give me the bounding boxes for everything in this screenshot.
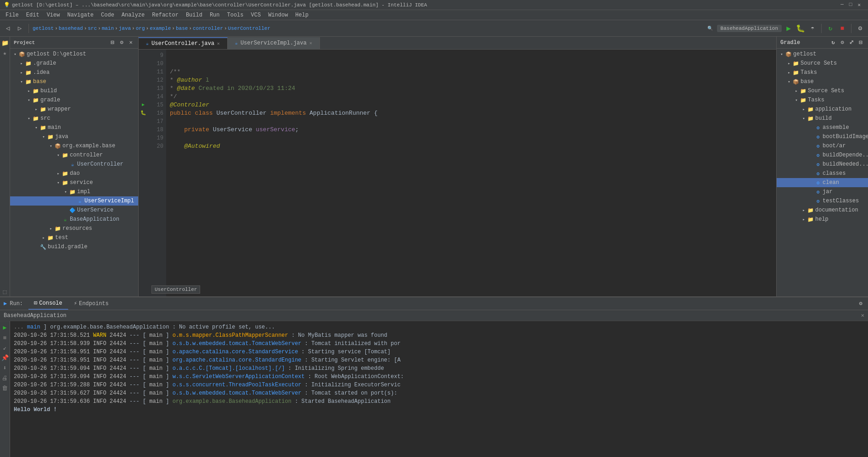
menu-window[interactable]: Window [264,11,291,19]
breadcrumb-src[interactable]: src [88,26,97,31]
breadcrumb-org[interactable]: org [136,26,145,31]
close-sidebar-btn[interactable]: ✕ [127,39,134,46]
gradle-getlost[interactable]: ▾ 📦 getlost [777,50,868,59]
breadcrumb-usercontroller[interactable]: UserController [228,26,270,31]
gradle-tasks-1[interactable]: ▸ 📁 Tasks [777,68,868,77]
rerun-btn[interactable]: ▶ [0,323,10,332]
tree-userserviceimpl[interactable]: ▸ ☕ UserServiceImpl [10,196,138,206]
breadcrumb-base[interactable]: base [176,26,188,31]
gradle-buildneeded[interactable]: ▸ ⚙ buildNeeded... [777,160,868,169]
menu-analyze[interactable]: Analyze [118,11,148,19]
tree-usercontroller-file[interactable]: ▸ ☕ UserController [10,160,138,169]
forward-btn[interactable]: ▷ [15,23,25,33]
gradle-bootar[interactable]: ▸ ⚙ boot/ar [777,141,868,150]
structure-tab-btn[interactable]: ⬚ [0,287,10,296]
stop-console-btn[interactable]: ■ [0,333,10,342]
endpoints-tab[interactable]: ⚡ Endpoints [68,298,115,310]
gradle-testclasses[interactable]: ▸ ⚙ testClasses [777,196,868,206]
breadcrumb-example[interactable]: example [150,26,171,31]
breadcrumb-controller[interactable]: controller [193,26,223,31]
pin-tab-btn[interactable]: 📌 [0,353,10,362]
restore-layout-btn[interactable]: ↙ [0,343,10,352]
console-tab[interactable]: ⊡ Console [28,298,68,310]
gradle-clean[interactable]: ▸ ⚙ clean [777,178,868,187]
run-close-btn[interactable]: ✕ [861,312,864,319]
breadcrumb-java[interactable]: java [119,26,131,31]
gradle-source-sets-2[interactable]: ▸ 📁 Source Sets [777,86,868,95]
update-btn[interactable]: ↻ [825,23,835,33]
console-content[interactable]: ... main ] org.example.base.BaseheadAppl… [10,321,868,457]
menu-edit[interactable]: Edit [22,11,43,19]
menu-run[interactable]: Run [206,11,224,19]
stop-btn[interactable]: ■ [837,23,847,33]
collapse-all-btn[interactable]: ⊟ [109,39,116,46]
gradle-assemble[interactable]: ▸ ⚙ assemble [777,123,868,132]
menu-build[interactable]: Build [182,11,206,19]
coverage-button[interactable]: ☂ [807,23,818,33]
code-content[interactable]: /** * @author l * @date Created in 2020/… [166,50,776,296]
gradle-bootbuildimage[interactable]: ▸ ⚙ bootBuildImage [777,132,868,141]
close-btn[interactable]: ✕ [857,2,861,8]
tree-getlost[interactable]: ▾ 📦 getlost D:\getlost [10,50,138,59]
gradle-expand-btn[interactable]: ⤢ [848,39,855,46]
menu-tools[interactable]: Tools [224,11,247,19]
tree-wrapper[interactable]: ▸ 📁 wrapper [10,105,138,114]
tree-java[interactable]: ▾ 📁 java [10,132,138,141]
tree-base[interactable]: ▾ 📁 base [10,77,138,86]
tree-userservice[interactable]: ▸ 🔷 UserService [10,206,138,215]
scroll-to-end-btn[interactable]: ⬇ [0,363,10,373]
breadcrumb-main[interactable]: main [102,26,114,31]
tree-gradle2[interactable]: ▾ 📁 gradle [10,95,138,105]
clear-btn[interactable]: 🗑 [0,384,10,393]
tree-impl-folder[interactable]: ▾ 📁 impl [10,187,138,196]
project-tab-btn[interactable]: 📁 [0,39,10,48]
settings-btn[interactable]: ⚙ [855,23,865,33]
menu-code[interactable]: Code [97,11,118,19]
favorites-tab-btn[interactable]: ★ [0,49,10,58]
gradle-source-sets-1[interactable]: ▸ 📁 Source Sets [777,59,868,68]
tree-build[interactable]: ▸ 📁 build [10,86,138,95]
tab-usercontroller[interactable]: ☕ UserController.java ✕ [139,37,228,49]
maximize-btn[interactable]: □ [849,2,852,8]
menu-vcs[interactable]: VCS [247,11,265,19]
menu-help[interactable]: Help [291,11,312,19]
gradle-build-folder[interactable]: ▾ 📁 build [777,114,868,123]
gradle-help[interactable]: ▸ 📁 help [777,215,868,224]
settings-icon[interactable]: ⚙ [118,39,125,46]
gradle-refresh-btn[interactable]: ↻ [829,39,837,46]
tree-baseapplication[interactable]: ▸ ☕ BaseApplication [10,215,138,224]
menu-view[interactable]: View [43,11,64,19]
gradle-documentation[interactable]: ▸ 📁 documentation [777,206,868,215]
breadcrumb-getlost[interactable]: getlost [33,26,54,31]
run-config-name[interactable]: BaseheadApplication [717,25,782,32]
tree-controller-folder[interactable]: ▾ 📁 controller [10,150,138,160]
bottom-settings-btn[interactable]: ⚙ [857,300,864,307]
tab-userserviceimpl[interactable]: ☕ UserServiceImpl.java ✕ [228,37,320,49]
tree-dao-folder[interactable]: ▸ 📁 dao [10,169,138,178]
gradle-classes[interactable]: ▸ ⚙ classes [777,169,868,178]
breadcrumb-basehead[interactable]: basehead [59,26,83,31]
run-button[interactable]: ▶ [784,23,794,33]
back-btn[interactable]: ◁ [3,23,13,33]
tree-test[interactable]: ▸ 📁 test [10,233,138,242]
gradle-tasks-2[interactable]: ▾ 📁 Tasks [777,95,868,105]
debug-button[interactable]: 🐛 [795,23,806,33]
minimize-btn[interactable]: ─ [840,2,844,8]
gradle-settings-btn[interactable]: ⚙ [839,39,846,46]
print-btn[interactable]: 🖨 [0,373,10,383]
menu-refactor[interactable]: Refactor [148,11,182,19]
gradle-collapse-btn[interactable]: ⊟ [857,39,864,46]
tab-userserviceimpl-close[interactable]: ✕ [309,40,312,46]
gradle-base[interactable]: ▾ 📦 base [777,77,868,86]
gradle-builddepends[interactable]: ▸ ⚙ buildDepende... [777,150,868,160]
tree-org-example-base[interactable]: ▾ 📦 org.example.base [10,141,138,150]
tree-build-gradle[interactable]: ▸ 🔧 build.gradle [10,242,138,251]
tree-main[interactable]: ▾ 📁 main [10,123,138,132]
search-everywhere-btn[interactable]: 🔍 [705,23,715,33]
tree-src[interactable]: ▾ 📁 src [10,114,138,123]
menu-navigate[interactable]: Navigate [63,11,97,19]
menu-file[interactable]: File [2,11,22,19]
tree-resources[interactable]: ▸ 📁 resources [10,224,138,233]
tab-usercontroller-close[interactable]: ✕ [217,41,220,46]
tree-service-folder[interactable]: ▾ 📁 service [10,178,138,187]
